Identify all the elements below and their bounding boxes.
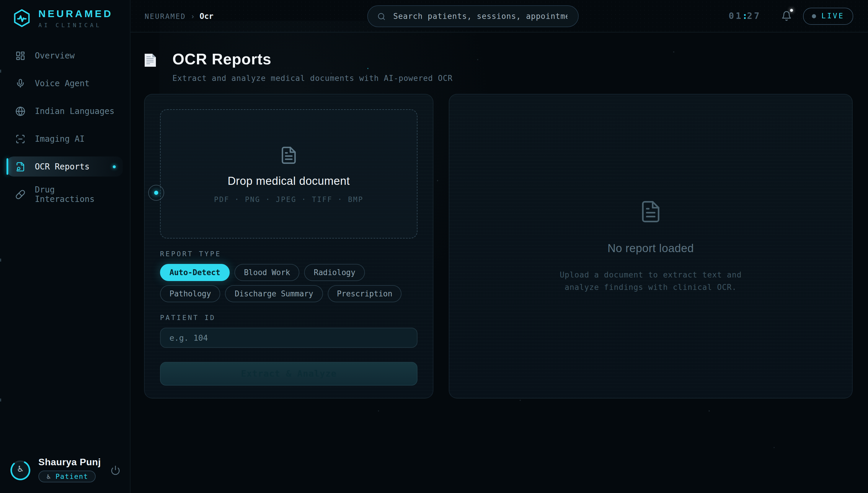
brand-text: NEURAMED AI CLINICAL [38,8,113,28]
sidebar-item-imaging-ai[interactable]: Imaging AI [7,129,123,149]
brand-tagline: AI CLINICAL [38,22,113,28]
extract-analyze-button[interactable]: Extract & Analyze [160,362,417,386]
brand-logo: NEURAMED AI CLINICAL [0,0,130,29]
active-indicator-dot [113,165,116,168]
breadcrumb-separator: › [191,12,195,20]
wheelchair-icon: ♿ [46,473,51,480]
breadcrumb-current: Ocr [200,12,214,20]
dropzone-title: Drop medical document [227,175,350,186]
report-result-panel: No report loaded Upload a document to ex… [449,94,853,399]
edge-tick [0,259,1,261]
sidebar-menu: Overview Voice Agent Indian Languages Im… [0,45,130,204]
dropzone-formats: PDF · PNG · JPEG · TIFF · BMP [214,195,364,203]
sidebar-item-overview[interactable]: Overview [7,45,123,66]
patient-id-label: PATIENT ID [160,314,417,322]
chip-discharge-summary[interactable]: Discharge Summary [225,285,323,302]
user-name: Shaurya Punj [38,457,101,467]
brand-name: NEURAMED [38,8,113,19]
user-footer: ♿ Shaurya Punj ♿ Patient [0,449,130,493]
chip-radiology[interactable]: Radiology [304,264,365,281]
live-status-dot [812,14,816,18]
avatar[interactable]: ♿ [9,459,31,481]
empty-state-title: No report loaded [608,243,694,254]
report-type-label: REPORT TYPE [160,250,417,258]
live-status-label: LIVE [821,12,844,20]
report-type-chips: Auto-Detect Blood Work Radiology Patholo… [160,264,417,302]
sidebar-item-indian-languages[interactable]: Indian Languages [7,101,123,121]
power-icon [110,465,121,475]
upload-panel: Drop medical document PDF · PNG · JPEG ·… [144,94,433,399]
role-badge: ♿ Patient [38,471,96,483]
file-text-icon [639,198,663,225]
dashboard-grid-icon [15,50,25,61]
page-subtitle: Extract and analyze medical documents wi… [172,74,453,83]
page-header: OCR Reports Extract and analyze medical … [144,51,453,83]
page-header-text: OCR Reports Extract and analyze medical … [172,51,453,83]
notifications-button[interactable] [781,10,792,21]
notification-unread-dot [790,9,793,12]
live-status-badge: LIVE [803,7,853,24]
globe-icon [15,106,25,116]
topbar: NEURAMED › Ocr 01:27 LIVE [130,0,868,33]
chip-blood-work[interactable]: Blood Work [234,264,300,281]
pill-icon [15,189,25,199]
clock: 01:27 [729,10,761,21]
document-dropzone[interactable]: Drop medical document PDF · PNG · JPEG ·… [160,109,417,238]
scan-line-icon [15,134,25,144]
file-text-icon [279,144,298,166]
file-search-icon [15,162,25,172]
active-indicator-bar [6,158,8,175]
page-document-icon [144,53,156,83]
edge-tick [0,70,1,72]
topbar-right: 01:27 LIVE [729,7,853,24]
sidebar: NEURAMED AI CLINICAL Overview Voice Agen… [0,0,130,493]
search-input[interactable] [392,11,569,21]
sidebar-item-voice-agent[interactable]: Voice Agent [7,73,123,93]
breadcrumb: NEURAMED › Ocr [145,12,214,20]
sidebar-item-drug-interactions[interactable]: Drug Interactions [7,184,123,204]
chip-auto-detect[interactable]: Auto-Detect [160,264,230,281]
empty-state-description: Upload a document to extract text and an… [547,269,754,294]
bell-icon [781,10,792,21]
sidebar-item-label: Voice Agent [35,79,89,88]
sidebar-item-label: Imaging AI [35,134,85,144]
search-icon [377,12,386,20]
hexagon-pulse-icon [12,8,32,29]
edge-tick [0,399,1,402]
sidebar-item-label: Indian Languages [35,106,114,116]
sidebar-item-ocr-reports[interactable]: OCR Reports [7,156,123,176]
chip-pathology[interactable]: Pathology [160,285,220,302]
user-info: Shaurya Punj ♿ Patient [38,457,101,483]
wheelchair-icon: ♿ [9,464,31,473]
sidebar-item-label: Drug Interactions [35,185,114,204]
global-search[interactable] [367,5,579,27]
main-area: NEURAMED › Ocr 01:27 LIVE [130,0,868,493]
breadcrumb-root[interactable]: NEURAMED [145,12,186,20]
sidebar-item-label: OCR Reports [35,162,89,171]
page-title: OCR Reports [172,51,453,67]
microphone-icon [15,78,25,88]
app-root: NEURAMED AI CLINICAL Overview Voice Agen… [0,0,868,493]
patient-id-input[interactable] [160,328,417,348]
logout-power-button[interactable] [110,465,121,475]
role-label: Patient [56,472,88,480]
sidebar-item-label: Overview [35,51,75,60]
chip-prescription[interactable]: Prescription [327,285,402,302]
page-content: OCR Reports Extract and analyze medical … [130,33,868,493]
